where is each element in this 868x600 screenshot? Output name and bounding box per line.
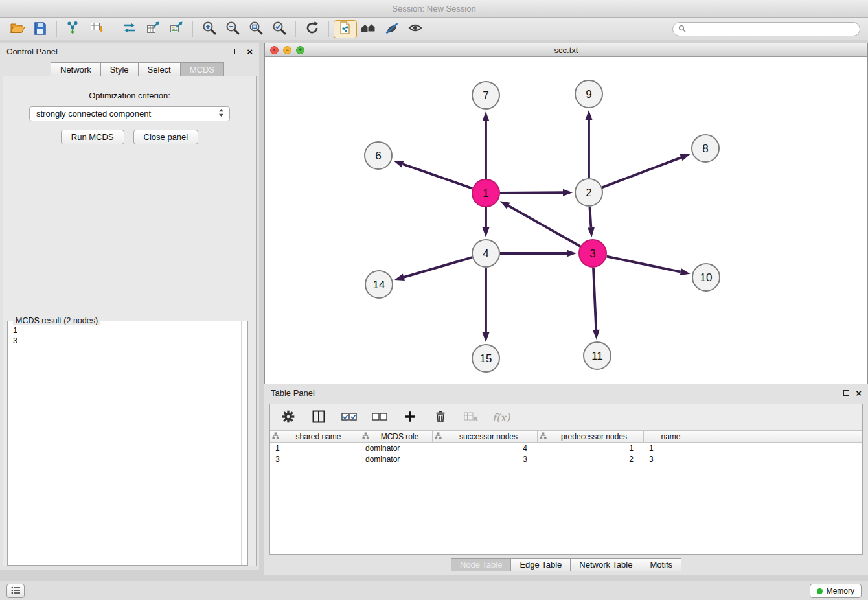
criterion-dropdown[interactable]: strongly connected component	[29, 106, 230, 121]
graph-edge-arrowhead	[567, 250, 577, 257]
svg-text:15: 15	[480, 352, 492, 365]
graph-node-7[interactable]: 7	[472, 82, 499, 109]
apply-style-button[interactable]	[334, 20, 357, 38]
maximize-window-icon[interactable]: +	[296, 46, 304, 54]
network-window-titlebar: × − + scc.txt	[265, 43, 867, 57]
unchecked-boxes-icon	[372, 411, 387, 424]
close-panel-button[interactable]: Close panel	[133, 130, 199, 144]
result-line: 1	[13, 325, 247, 336]
search-box[interactable]	[672, 22, 860, 36]
column-header-successor-nodes[interactable]: successor nodes	[433, 430, 538, 443]
import-network-button[interactable]	[62, 20, 85, 38]
graph-node-4[interactable]: 4	[472, 240, 499, 267]
tab-edge-table[interactable]: Edge Table	[510, 558, 570, 571]
tab-select[interactable]: Select	[138, 62, 180, 76]
zoom-out-icon	[225, 20, 240, 38]
graph-edge-2-8[interactable]	[602, 157, 681, 187]
hide-graphics-button[interactable]	[380, 20, 404, 38]
graph-edge-2-3[interactable]	[589, 207, 591, 227]
tree-icon	[272, 432, 279, 441]
select-all-button[interactable]	[340, 408, 358, 426]
run-mcds-button[interactable]: Run MCDS	[61, 130, 124, 144]
table-settings-button[interactable]	[279, 408, 297, 426]
mcds-tab-body: Optimization criterion: strongly connect…	[3, 76, 257, 566]
table-row[interactable]: 3 dominator 3 2 3	[270, 454, 862, 465]
network-canvas[interactable]: 7968124314101511	[265, 57, 867, 384]
graph-node-3[interactable]: 3	[579, 240, 606, 267]
float-panel-icon[interactable]	[843, 390, 849, 396]
table-row[interactable]: 1 dominator 4 1 1	[270, 443, 862, 454]
zoom-out-button[interactable]	[221, 20, 244, 38]
graph-node-15[interactable]: 15	[472, 345, 499, 372]
tab-network-table[interactable]: Network Table	[570, 558, 641, 571]
close-panel-icon[interactable]: ×	[247, 47, 253, 56]
optimization-criterion-label: Optimization criterion:	[3, 91, 256, 100]
function-builder-label[interactable]: f(x)	[492, 411, 510, 424]
close-panel-icon[interactable]: ×	[856, 388, 862, 398]
memory-button[interactable]: Memory	[810, 584, 862, 598]
graph-edge-1-6[interactable]	[403, 164, 472, 189]
float-panel-icon[interactable]	[234, 49, 240, 54]
zoom-fit-button[interactable]	[244, 20, 268, 38]
graph-node-14[interactable]: 14	[365, 271, 393, 298]
tab-mcds[interactable]: MCDS	[180, 62, 224, 76]
svg-text:1: 1	[483, 187, 488, 200]
graph-node-9[interactable]: 9	[575, 80, 602, 108]
tab-node-table[interactable]: Node Table	[451, 558, 511, 571]
close-window-icon[interactable]: ×	[270, 46, 279, 54]
import-table-button[interactable]	[85, 20, 108, 38]
show-hide-button[interactable]	[404, 20, 427, 38]
mcds-result-box: MCDS result (2 nodes) 1 3	[7, 321, 248, 566]
save-session-button[interactable]	[29, 20, 52, 38]
delete-table-button[interactable]	[462, 408, 480, 426]
column-header-name[interactable]: name	[644, 430, 698, 443]
graph-edge-3-1[interactable]	[508, 206, 580, 247]
delete-column-button[interactable]	[431, 408, 450, 426]
svg-text:11: 11	[591, 350, 603, 362]
graph-node-10[interactable]: 10	[692, 264, 720, 291]
graph-node-6[interactable]: 6	[365, 142, 392, 169]
show-columns-button[interactable]	[310, 408, 328, 426]
first-neighbors-button[interactable]	[357, 20, 380, 38]
export-table-button[interactable]	[141, 20, 165, 38]
open-session-button[interactable]	[5, 20, 29, 38]
graph-node-1[interactable]: 1	[472, 179, 499, 207]
graph-edge-4-14[interactable]	[404, 257, 472, 277]
column-header-filler	[698, 430, 862, 443]
export-image-button[interactable]	[165, 20, 188, 38]
refresh-button[interactable]	[301, 20, 324, 38]
graph-node-11[interactable]: 11	[584, 342, 611, 369]
graph-node-8[interactable]: 8	[692, 135, 719, 162]
column-header-shared-name[interactable]: shared name	[270, 430, 360, 443]
result-scrollbar[interactable]	[241, 321, 247, 565]
minimize-window-icon[interactable]: −	[283, 46, 291, 54]
search-input[interactable]	[689, 23, 854, 34]
tab-motifs[interactable]: Motifs	[641, 558, 681, 571]
checked-boxes-icon	[341, 411, 357, 424]
graph-edge-1-2[interactable]	[500, 192, 563, 193]
tab-style[interactable]: Style	[100, 62, 138, 76]
column-header-mcds-role[interactable]: MCDS role	[360, 430, 433, 443]
deselect-all-button[interactable]	[371, 408, 389, 426]
svg-text:3: 3	[589, 248, 595, 260]
zoom-selected-button[interactable]	[268, 20, 291, 38]
graph-node-2[interactable]: 2	[575, 179, 602, 206]
graph-edge-3-11[interactable]	[593, 268, 596, 330]
task-history-button[interactable]	[6, 584, 25, 598]
export-network-button[interactable]	[118, 20, 141, 38]
svg-text:8: 8	[702, 143, 708, 155]
trash-icon	[433, 410, 448, 426]
column-header-predecessor-nodes[interactable]: predecessor nodes	[538, 430, 644, 443]
add-column-button[interactable]	[401, 408, 419, 426]
graph-edge-3-10[interactable]	[607, 257, 681, 272]
table-header-row: shared name MCDS role successor nodes pr…	[270, 430, 862, 443]
table-tabs: Node Table Edge Table Network Table Moti…	[264, 558, 868, 571]
zoom-in-button[interactable]	[198, 20, 221, 38]
table-toolbar: f(x)	[270, 404, 862, 430]
graph-edge-arrowhead	[483, 332, 490, 342]
graph-edge-arrowhead	[586, 110, 593, 120]
node-table-container: f(x) shared name MCDS role successor nod…	[269, 404, 863, 555]
list-icon	[11, 586, 21, 596]
toolbar-separator	[295, 21, 296, 37]
tab-network[interactable]: Network	[51, 62, 100, 76]
